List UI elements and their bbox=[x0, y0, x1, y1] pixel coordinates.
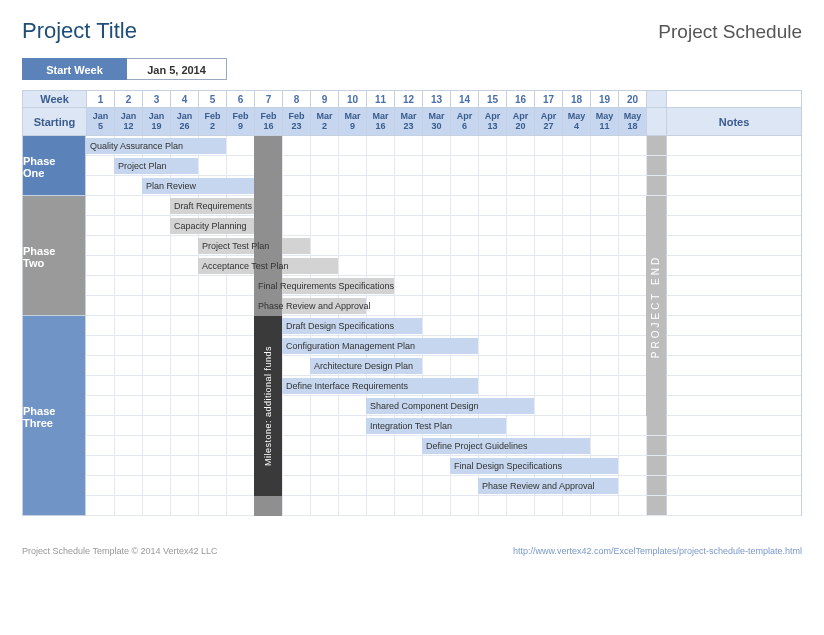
gantt-cell[interactable] bbox=[226, 376, 254, 396]
gantt-cell[interactable] bbox=[366, 136, 394, 156]
gantt-cell[interactable] bbox=[422, 136, 450, 156]
gantt-cell[interactable] bbox=[366, 476, 394, 496]
gantt-cell[interactable] bbox=[506, 416, 534, 436]
gantt-cell[interactable] bbox=[422, 256, 450, 276]
gantt-cell[interactable] bbox=[198, 276, 226, 296]
footer-link[interactable]: http://www.vertex42.com/ExcelTemplates/p… bbox=[513, 546, 802, 556]
gantt-cell[interactable] bbox=[618, 336, 646, 356]
gantt-cell[interactable] bbox=[618, 216, 646, 236]
gantt-cell[interactable] bbox=[310, 136, 338, 156]
gantt-cell[interactable] bbox=[86, 356, 114, 376]
gantt-cell[interactable] bbox=[394, 476, 422, 496]
gantt-cell[interactable] bbox=[394, 176, 422, 196]
gantt-cell[interactable] bbox=[114, 336, 142, 356]
gantt-cell[interactable] bbox=[562, 356, 590, 376]
gantt-cell[interactable] bbox=[114, 476, 142, 496]
gantt-cell[interactable] bbox=[338, 456, 366, 476]
gantt-cell[interactable] bbox=[226, 316, 254, 336]
gantt-cell[interactable] bbox=[366, 176, 394, 196]
gantt-cell[interactable] bbox=[114, 256, 142, 276]
gantt-cell[interactable] bbox=[506, 216, 534, 236]
notes-cell[interactable] bbox=[666, 136, 801, 156]
gantt-cell[interactable] bbox=[86, 216, 114, 236]
gantt-cell[interactable] bbox=[394, 236, 422, 256]
gantt-cell[interactable] bbox=[366, 456, 394, 476]
gantt-cell[interactable] bbox=[170, 376, 198, 396]
gantt-cell[interactable] bbox=[86, 176, 114, 196]
gantt-cell[interactable] bbox=[338, 176, 366, 196]
gantt-cell[interactable] bbox=[338, 156, 366, 176]
gantt-cell[interactable] bbox=[170, 476, 198, 496]
gantt-cell[interactable] bbox=[450, 356, 478, 376]
gantt-cell[interactable] bbox=[338, 476, 366, 496]
gantt-cell[interactable] bbox=[86, 156, 114, 176]
gantt-cell[interactable] bbox=[394, 496, 422, 516]
gantt-cell[interactable] bbox=[478, 136, 506, 156]
gantt-cell[interactable] bbox=[338, 416, 366, 436]
gantt-cell[interactable] bbox=[506, 336, 534, 356]
gantt-cell[interactable] bbox=[534, 336, 562, 356]
gantt-cell[interactable] bbox=[114, 496, 142, 516]
gantt-cell[interactable] bbox=[618, 476, 646, 496]
gantt-cell[interactable] bbox=[226, 136, 254, 156]
gantt-cell[interactable] bbox=[142, 236, 170, 256]
gantt-cell[interactable] bbox=[422, 456, 450, 476]
gantt-cell[interactable] bbox=[282, 196, 310, 216]
gantt-cell[interactable] bbox=[590, 376, 618, 396]
gantt-cell[interactable] bbox=[422, 176, 450, 196]
gantt-cell[interactable] bbox=[534, 196, 562, 216]
gantt-cell[interactable] bbox=[478, 496, 506, 516]
gantt-cell[interactable] bbox=[198, 336, 226, 356]
notes-cell[interactable] bbox=[666, 336, 801, 356]
notes-cell[interactable] bbox=[666, 376, 801, 396]
gantt-cell[interactable] bbox=[142, 216, 170, 236]
gantt-cell[interactable] bbox=[170, 356, 198, 376]
gantt-cell[interactable] bbox=[478, 376, 506, 396]
gantt-cell[interactable] bbox=[534, 276, 562, 296]
gantt-cell[interactable] bbox=[590, 296, 618, 316]
gantt-cell[interactable] bbox=[562, 256, 590, 276]
gantt-cell[interactable] bbox=[478, 176, 506, 196]
gantt-cell[interactable] bbox=[618, 496, 646, 516]
gantt-cell[interactable] bbox=[114, 396, 142, 416]
gantt-cell[interactable] bbox=[590, 176, 618, 196]
gantt-cell[interactable] bbox=[114, 176, 142, 196]
gantt-cell[interactable] bbox=[366, 156, 394, 176]
gantt-cell[interactable] bbox=[310, 496, 338, 516]
notes-cell[interactable] bbox=[666, 416, 801, 436]
gantt-cell[interactable] bbox=[562, 216, 590, 236]
gantt-cell[interactable] bbox=[338, 216, 366, 236]
gantt-cell[interactable] bbox=[618, 196, 646, 216]
gantt-cell[interactable] bbox=[86, 276, 114, 296]
gantt-cell[interactable] bbox=[142, 436, 170, 456]
gantt-cell[interactable] bbox=[310, 436, 338, 456]
gantt-cell[interactable] bbox=[618, 156, 646, 176]
gantt-cell[interactable] bbox=[618, 296, 646, 316]
gantt-cell[interactable] bbox=[226, 456, 254, 476]
gantt-cell[interactable] bbox=[170, 496, 198, 516]
gantt-cell[interactable] bbox=[226, 296, 254, 316]
gantt-cell[interactable] bbox=[226, 476, 254, 496]
gantt-cell[interactable] bbox=[226, 416, 254, 436]
gantt-cell[interactable] bbox=[450, 156, 478, 176]
notes-cell[interactable] bbox=[666, 296, 801, 316]
gantt-cell[interactable] bbox=[562, 276, 590, 296]
gantt-cell[interactable] bbox=[310, 196, 338, 216]
notes-cell[interactable] bbox=[666, 496, 801, 516]
gantt-cell[interactable] bbox=[142, 256, 170, 276]
gantt-cell[interactable] bbox=[422, 236, 450, 256]
gantt-cell[interactable] bbox=[226, 276, 254, 296]
gantt-cell[interactable] bbox=[506, 376, 534, 396]
gantt-cell[interactable] bbox=[394, 196, 422, 216]
gantt-cell[interactable] bbox=[282, 476, 310, 496]
gantt-cell[interactable] bbox=[618, 316, 646, 336]
gantt-cell[interactable] bbox=[142, 296, 170, 316]
gantt-cell[interactable] bbox=[590, 216, 618, 236]
gantt-cell[interactable] bbox=[282, 436, 310, 456]
gantt-cell[interactable] bbox=[338, 236, 366, 256]
gantt-cell[interactable] bbox=[114, 376, 142, 396]
start-week-value[interactable]: Jan 5, 2014 bbox=[127, 58, 227, 80]
gantt-cell[interactable] bbox=[450, 476, 478, 496]
gantt-cell[interactable] bbox=[590, 416, 618, 436]
gantt-cell[interactable] bbox=[198, 456, 226, 476]
